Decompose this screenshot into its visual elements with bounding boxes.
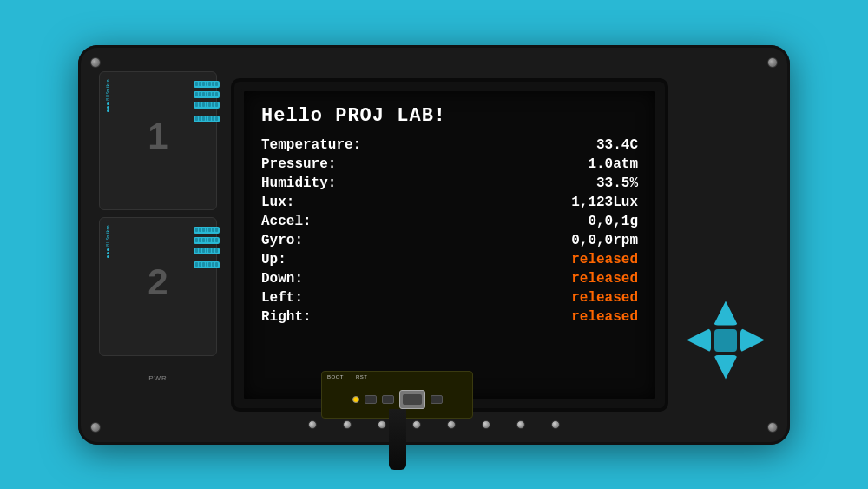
data-label-8: Left: xyxy=(261,290,365,306)
slot2-strip-4 xyxy=(194,261,220,268)
data-table: Temperature:33.4CPressure:1.0atmHumidity… xyxy=(261,137,638,325)
data-row-2: Humidity:33.5% xyxy=(261,175,638,191)
usb-connector xyxy=(399,390,425,409)
data-label-4: Accel: xyxy=(261,214,365,229)
slot1-labels: mikro BUS xyxy=(102,79,114,113)
slot2-bus-label: BUS xyxy=(106,237,110,247)
slot1-number: 1 xyxy=(148,116,168,157)
data-value-3: 1,123Lux xyxy=(571,195,638,210)
bottom-screws-row xyxy=(308,420,560,429)
data-label-5: Gyro: xyxy=(261,233,365,248)
data-row-7: Down:released xyxy=(261,271,638,287)
slot2-strip-2 xyxy=(194,237,220,244)
screw-tr xyxy=(767,57,778,68)
pwr-label: PWR xyxy=(148,374,168,382)
data-value-5: 0,0,0rpm xyxy=(571,233,638,248)
data-row-6: Up:released xyxy=(261,252,638,268)
slot-card-1: mikro BUS 1 xyxy=(99,71,217,210)
data-label-6: Up: xyxy=(261,252,365,268)
usb-cable xyxy=(389,409,406,470)
bottom-screw-4 xyxy=(412,420,421,429)
bottom-board: BOOT RST USB xyxy=(321,371,473,419)
boot-label: BOOT xyxy=(327,374,344,380)
rst-label: RST xyxy=(356,374,368,380)
data-value-1: 1.0atm xyxy=(588,156,638,172)
data-row-8: Left:released xyxy=(261,290,638,306)
data-value-7: released xyxy=(571,271,638,287)
dot3 xyxy=(107,255,109,258)
dot1 xyxy=(107,102,109,105)
dpad-up-button[interactable] xyxy=(713,301,738,326)
screen-title: Hello PROJ LAB! xyxy=(261,105,638,127)
bottom-screw-6 xyxy=(482,420,490,429)
bottom-screw-7 xyxy=(516,420,525,429)
slot-card-2: mikro BUS 2 xyxy=(99,217,217,356)
slot1-strip-3 xyxy=(194,102,220,109)
slot1-strip-4 xyxy=(194,116,220,122)
data-row-5: Gyro:0,0,0rpm xyxy=(261,233,638,248)
dot2 xyxy=(107,106,109,109)
data-row-0: Temperature:33.4C xyxy=(261,137,638,153)
slot2-right-strips xyxy=(194,227,220,268)
chip-2 xyxy=(382,395,394,404)
slot1-bus-label: BUS xyxy=(106,91,110,101)
slot2-number: 2 xyxy=(148,261,168,303)
led-component xyxy=(352,396,359,403)
data-value-9: released xyxy=(571,309,638,325)
dpad-down-button[interactable] xyxy=(713,355,738,380)
bottom-screw-3 xyxy=(378,420,386,429)
slot2-strip-3 xyxy=(194,248,220,254)
right-panel xyxy=(682,71,769,419)
data-row-1: Pressure:1.0atm xyxy=(261,156,638,172)
chip-3 xyxy=(431,395,443,404)
data-row-9: Right:released xyxy=(261,309,638,325)
bottom-screw-8 xyxy=(551,420,560,429)
data-value-4: 0,0,1g xyxy=(588,214,638,229)
slot1-mikro-label: mikro xyxy=(106,79,110,92)
usb-inner xyxy=(403,394,422,405)
dpad-center xyxy=(714,329,737,352)
data-value-8: released xyxy=(571,290,638,306)
slot2-labels: mikro BUS xyxy=(102,225,114,259)
slot1-strip-1 xyxy=(194,81,220,88)
data-label-3: Lux: xyxy=(261,195,365,210)
boot-rst-labels: BOOT RST xyxy=(327,374,368,380)
screen-bezel: Hello PROJ LAB! Temperature:33.4CPressur… xyxy=(234,82,665,408)
data-row-3: Lux:1,123Lux xyxy=(261,195,638,210)
data-label-0: Temperature: xyxy=(261,137,365,153)
data-value-2: 33.5% xyxy=(596,175,638,191)
pwr-area: PWR xyxy=(99,368,217,384)
board-inner: BOOT RST USB xyxy=(322,372,472,418)
dpad-container xyxy=(682,297,769,384)
screw-bl xyxy=(90,422,101,433)
slot1-dots xyxy=(107,102,109,112)
screen: Hello PROJ LAB! Temperature:33.4CPressur… xyxy=(241,89,658,401)
chip-row xyxy=(352,390,443,409)
slot1-strip-2 xyxy=(194,91,220,98)
slot2-dots xyxy=(107,248,109,258)
dpad xyxy=(687,301,765,380)
left-panel: mikro BUS 1 xyxy=(99,71,217,419)
data-value-0: 33.4C xyxy=(596,137,638,153)
data-label-9: Right: xyxy=(261,309,365,325)
bottom-screw-5 xyxy=(447,420,456,429)
slot1-right-strips xyxy=(194,81,220,122)
dpad-right-button[interactable] xyxy=(740,328,765,353)
dot2 xyxy=(107,252,109,254)
screw-tl xyxy=(90,57,101,68)
bottom-screw-2 xyxy=(343,420,352,429)
data-row-4: Accel:0,0,1g xyxy=(261,214,638,229)
dot1 xyxy=(107,248,109,251)
data-label-7: Down: xyxy=(261,271,365,287)
dot3 xyxy=(107,109,109,112)
device-body: mikro BUS 1 xyxy=(78,45,790,445)
screw-br xyxy=(767,422,778,433)
chip-1 xyxy=(365,395,377,404)
dpad-left-button[interactable] xyxy=(687,328,711,353)
data-label-2: Humidity: xyxy=(261,175,365,191)
data-value-6: released xyxy=(571,252,638,268)
slot2-strip-1 xyxy=(194,227,220,234)
bottom-screw-1 xyxy=(308,420,317,429)
screen-container: Hello PROJ LAB! Temperature:33.4CPressur… xyxy=(234,82,665,408)
data-label-1: Pressure: xyxy=(261,156,365,172)
